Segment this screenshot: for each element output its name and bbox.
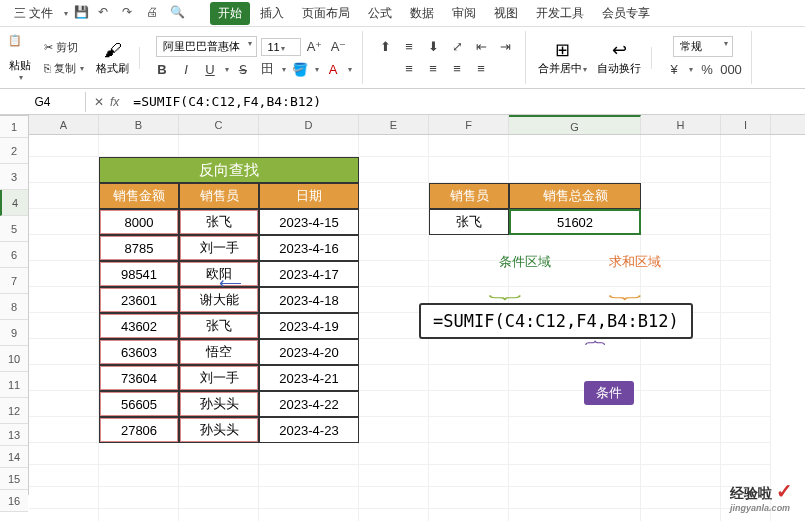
bold-button[interactable]: B — [152, 59, 172, 79]
preview-icon[interactable]: 🔍 — [170, 5, 186, 21]
border-button[interactable]: 田 — [257, 59, 277, 79]
data-cell[interactable]: 98541 — [99, 261, 179, 287]
align-top-icon[interactable]: ⬆ — [375, 37, 395, 57]
col-header[interactable]: D — [259, 115, 359, 134]
data-cell[interactable]: 56605 — [99, 391, 179, 417]
row-header[interactable]: 12 — [0, 398, 28, 424]
table-title[interactable]: 反向查找 — [99, 157, 359, 183]
number-format-select[interactable]: 常规▾ — [673, 36, 733, 57]
fx-icon[interactable]: fx — [110, 95, 119, 109]
justify-icon[interactable]: ≡ — [471, 59, 491, 79]
align-mid-icon[interactable]: ≡ — [399, 37, 419, 57]
tab-member[interactable]: 会员专享 — [594, 2, 658, 25]
strike-button[interactable]: S̶ — [233, 59, 253, 79]
table-header[interactable]: 日期 — [259, 183, 359, 209]
col-header[interactable]: B — [99, 115, 179, 134]
data-cell[interactable]: 8000 — [99, 209, 179, 235]
save-icon[interactable]: 💾 — [74, 5, 90, 21]
data-cell[interactable]: 27806 — [99, 417, 179, 443]
data-cell[interactable]: 2023-4-22 — [259, 391, 359, 417]
table-header[interactable]: 销售金额 — [99, 183, 179, 209]
spreadsheet-cells[interactable]: 反向查找 销售金额 销售员 日期 销售员 销售总金额 8000 张飞 2023-… — [29, 135, 805, 521]
table-header[interactable]: 销售员 — [179, 183, 259, 209]
data-cell[interactable]: 2023-4-16 — [259, 235, 359, 261]
col-header[interactable]: G — [509, 115, 641, 134]
data-cell[interactable]: 2023-4-18 — [259, 287, 359, 313]
row-header[interactable]: 8 — [0, 294, 28, 320]
merge-button[interactable]: ⊞ 合并居中▾ — [538, 39, 587, 76]
paste-button[interactable]: 📋 粘贴▾ — [8, 34, 32, 82]
font-name-select[interactable]: 阿里巴巴普惠体▾ — [156, 36, 257, 57]
cut-button[interactable]: ✂剪切 — [40, 38, 88, 57]
col-header[interactable]: H — [641, 115, 721, 134]
data-cell[interactable]: 2023-4-19 — [259, 313, 359, 339]
row-header[interactable]: 1 — [0, 116, 28, 138]
col-header[interactable]: A — [29, 115, 99, 134]
undo-icon[interactable]: ↶ — [98, 5, 114, 21]
row-header[interactable]: 14 — [0, 446, 28, 468]
data-cell[interactable]: 2023-4-21 — [259, 365, 359, 391]
align-center-icon[interactable]: ≡ — [423, 59, 443, 79]
data-cell[interactable]: 谢大能 — [179, 287, 259, 313]
tab-view[interactable]: 视图 — [486, 2, 526, 25]
row-header[interactable]: 4 — [0, 190, 28, 216]
row-header[interactable]: 10 — [0, 346, 28, 372]
fill-color-button[interactable]: 🪣 — [290, 59, 310, 79]
tab-formula[interactable]: 公式 — [360, 2, 400, 25]
data-cell[interactable]: 2023-4-20 — [259, 339, 359, 365]
row-header[interactable]: 6 — [0, 242, 28, 268]
formula-input[interactable]: =SUMIF(C4:C12,F4,B4:B12) — [127, 91, 805, 112]
data-cell[interactable]: 2023-4-23 — [259, 417, 359, 443]
tab-layout[interactable]: 页面布局 — [294, 2, 358, 25]
data-cell[interactable]: 刘一手 — [179, 365, 259, 391]
align-right-icon[interactable]: ≡ — [447, 59, 467, 79]
comma-icon[interactable]: 000 — [721, 59, 741, 79]
data-cell[interactable]: 73604 — [99, 365, 179, 391]
data-cell[interactable]: 刘一手 — [179, 235, 259, 261]
data-cell[interactable]: 张飞 — [179, 209, 259, 235]
row-header[interactable]: 15 — [0, 468, 28, 490]
col-header[interactable]: F — [429, 115, 509, 134]
orient-icon[interactable]: ⤢ — [447, 37, 467, 57]
col-header[interactable]: E — [359, 115, 429, 134]
cancel-icon[interactable]: ✕ — [94, 95, 104, 109]
row-header[interactable]: 7 — [0, 268, 28, 294]
result-header[interactable]: 销售总金额 — [509, 183, 641, 209]
tab-review[interactable]: 审阅 — [444, 2, 484, 25]
percent-icon[interactable]: % — [697, 59, 717, 79]
data-cell[interactable]: 8785 — [99, 235, 179, 261]
tab-home[interactable]: 开始 — [210, 2, 250, 25]
align-bot-icon[interactable]: ⬇ — [423, 37, 443, 57]
tab-dev[interactable]: 开发工具 — [528, 2, 592, 25]
italic-button[interactable]: I — [176, 59, 196, 79]
selected-cell[interactable]: 51602 — [509, 209, 641, 235]
data-cell[interactable]: 2023-4-15 — [259, 209, 359, 235]
print-icon[interactable]: 🖨 — [146, 5, 162, 21]
indent-inc-icon[interactable]: ⇥ — [495, 37, 515, 57]
data-cell[interactable]: 欧阳 — [179, 261, 259, 287]
row-header[interactable]: 11 — [0, 372, 28, 398]
data-cell[interactable]: 张飞 — [179, 313, 259, 339]
row-header[interactable]: 5 — [0, 216, 28, 242]
row-header[interactable]: 2 — [0, 138, 28, 164]
increase-font-icon[interactable]: A⁺ — [305, 37, 325, 57]
data-cell[interactable]: 孙头头 — [179, 417, 259, 443]
result-header[interactable]: 销售员 — [429, 183, 509, 209]
data-cell[interactable]: 孙头头 — [179, 391, 259, 417]
currency-icon[interactable]: ¥ — [664, 59, 684, 79]
data-cell[interactable]: 63603 — [99, 339, 179, 365]
data-cell[interactable]: 23601 — [99, 287, 179, 313]
row-header[interactable]: 16 — [0, 490, 28, 512]
data-cell[interactable]: 悟空 — [179, 339, 259, 365]
result-cell[interactable]: 张飞 — [429, 209, 509, 235]
cell-reference[interactable]: G4 — [0, 92, 86, 112]
row-header[interactable]: 13 — [0, 424, 28, 446]
tab-insert[interactable]: 插入 — [252, 2, 292, 25]
decrease-font-icon[interactable]: A⁻ — [329, 37, 349, 57]
copy-button[interactable]: ⎘复制▾ — [40, 59, 88, 78]
data-cell[interactable]: 2023-4-17 — [259, 261, 359, 287]
file-menu[interactable]: 三 文件 — [6, 2, 61, 25]
wrap-button[interactable]: ↩ 自动换行 — [597, 39, 641, 76]
col-header[interactable]: C — [179, 115, 259, 134]
col-header[interactable]: I — [721, 115, 771, 134]
